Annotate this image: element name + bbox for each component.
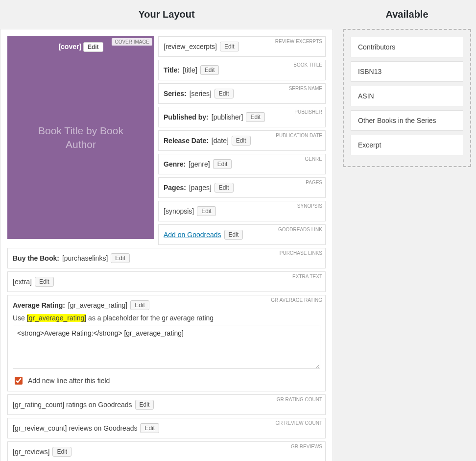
field-tag: PUBLICATION DATE	[276, 133, 322, 138]
edit-button[interactable]: Edit	[213, 159, 232, 169]
edit-button[interactable]: Edit	[140, 423, 159, 433]
cover-placeholder: [cover]	[58, 43, 81, 50]
field-line: [gr_reviews]Edit	[13, 447, 320, 457]
edit-button[interactable]: Edit	[246, 112, 265, 122]
field-tag: PURCHASE LINKS	[280, 250, 322, 256]
edit-button[interactable]: Edit	[52, 447, 71, 457]
field-publisher[interactable]: PUBLISHERPublished by:[publisher]Edit	[158, 107, 326, 127]
placeholder-hint: Use [gr_average_rating] as a placeholder…	[13, 314, 320, 322]
newline-checkbox[interactable]	[15, 377, 23, 385]
field-gr_reviews[interactable]: GR REVIEWS[gr_reviews]Edit	[7, 441, 326, 461]
cover-image-block[interactable]: COVER IMAGE [cover] Edit Book Title by B…	[7, 36, 154, 239]
field-line: Genre:[genre]Edit	[164, 159, 320, 169]
field-tag: GR AVERAGE RATING	[271, 297, 322, 303]
field-tag: GOODREADS LINK	[278, 227, 322, 232]
edit-button[interactable]: Edit	[130, 300, 149, 310]
goodreads-link[interactable]: Add on Goodreads	[164, 231, 221, 239]
field-purchase_links[interactable]: PURCHASE LINKSBuy the Book:[purchaselink…	[7, 248, 326, 268]
edit-button-cover[interactable]: Edit	[83, 42, 103, 52]
layout-panel: COVER IMAGE [cover] Edit Book Title by B…	[0, 29, 333, 461]
field-tag: SYNOPSIS	[297, 203, 322, 209]
field-tag: GR REVIEW COUNT	[275, 420, 322, 426]
field-tag: PUBLISHER	[294, 109, 322, 115]
edit-button[interactable]: Edit	[224, 230, 243, 240]
edit-button[interactable]: Edit	[214, 89, 234, 98]
edit-button[interactable]: Edit	[35, 277, 54, 287]
field-series_name[interactable]: SERIES NAMESeries:[series]Edit	[158, 83, 326, 104]
available-item[interactable]: Excerpt	[351, 135, 463, 155]
available-heading: Available	[343, 9, 471, 20]
field-gr_rating_count[interactable]: GR RATING COUNT[gr_rating_count] ratings…	[7, 394, 326, 415]
field-line: Pages:[pages]Edit	[164, 183, 320, 193]
edit-button[interactable]: Edit	[200, 65, 219, 75]
available-item[interactable]: ISBN13	[351, 61, 463, 82]
field-genre[interactable]: GENREGenre:[genre]Edit	[158, 154, 326, 174]
newline-checkbox-label: Add new line after this field	[28, 377, 110, 385]
field-pub_date[interactable]: PUBLICATION DATERelease Date:[date]Edit	[158, 130, 326, 151]
field-review_excerpts[interactable]: REVIEW EXCERPTS[review_excerpts]Edit	[158, 36, 326, 57]
field-tag: BOOK TITLE	[293, 62, 322, 68]
edit-button[interactable]: Edit	[111, 253, 130, 263]
field-tag: REVIEW EXCERPTS	[275, 39, 322, 44]
edit-button[interactable]: Edit	[197, 206, 216, 216]
edit-button[interactable]: Edit	[232, 136, 251, 146]
field-tag: GR REVIEWS	[291, 444, 322, 449]
field-extra_text[interactable]: EXTRA TEXT[extra]Edit	[7, 271, 326, 292]
field-tag: PAGES	[306, 180, 322, 185]
field-line: Buy the Book:[purchaselinks]Edit	[13, 253, 320, 263]
field-gr_average_rating[interactable]: GR AVERAGE RATINGAverage Rating:[gr_aver…	[7, 295, 326, 391]
edit-button[interactable]: Edit	[214, 183, 234, 193]
edit-button[interactable]: Edit	[135, 400, 154, 410]
your-layout-heading: Your Layout	[0, 9, 333, 20]
available-panel: ContributorsISBN13ASINOther Books in the…	[343, 29, 471, 167]
newline-checkbox-row[interactable]: Add new line after this field	[13, 375, 320, 386]
available-item[interactable]: ASIN	[351, 86, 463, 106]
field-template-textarea[interactable]	[13, 325, 320, 369]
available-item[interactable]: Other Books in the Series	[351, 110, 463, 131]
field-line: [extra]Edit	[13, 277, 320, 287]
field-synopsis[interactable]: SYNOPSIS[synopsis]Edit	[158, 201, 326, 221]
field-gr_review_count[interactable]: GR REVIEW COUNT[gr_review_count] reviews…	[7, 418, 326, 438]
field-line: [gr_rating_count] ratings on GoodreadsEd…	[13, 400, 320, 410]
field-tag: EXTRA TEXT	[292, 274, 322, 279]
field-tag: SERIES NAME	[289, 86, 322, 91]
field-pages[interactable]: PAGESPages:[pages]Edit	[158, 177, 326, 198]
available-item[interactable]: Contributors	[351, 37, 463, 57]
edit-button[interactable]: Edit	[220, 42, 239, 51]
field-book_title[interactable]: BOOK TITLETitle:[title]Edit	[158, 60, 326, 80]
field-goodreads_link[interactable]: GOODREADS LINKAdd on GoodreadsEdit	[158, 224, 326, 245]
field-tag: GR RATING COUNT	[277, 397, 322, 402]
cover-center-text: Book Title by Book Author	[7, 124, 154, 152]
field-tag: GENRE	[305, 156, 322, 162]
field-line: [gr_review_count] reviews on GoodreadsEd…	[13, 423, 320, 433]
